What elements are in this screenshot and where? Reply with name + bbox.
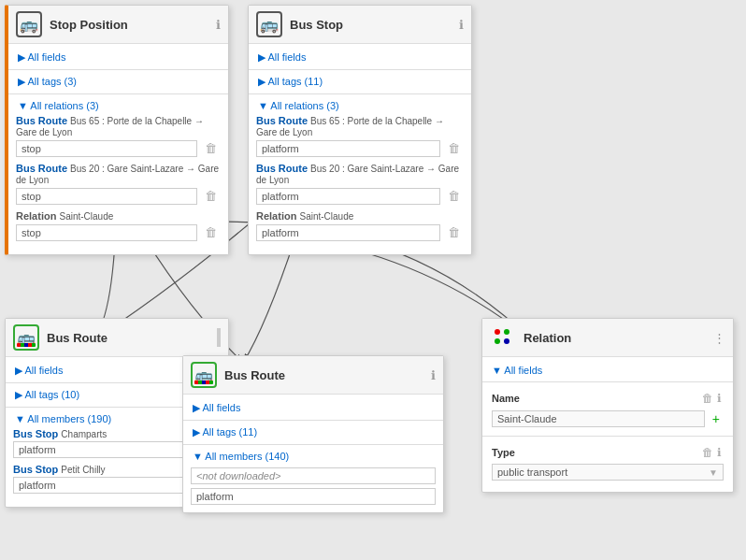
type-info-btn[interactable]: ℹ — [715, 444, 724, 461]
relation-panel: Relation ⋮ ▼ All fields Name 🗑 ℹ + Type — [481, 318, 734, 493]
bus-route-mid-title: Bus Route — [224, 368, 321, 382]
relation-item-2: Bus Route Bus 20 : Gare Saint-Lazare → G… — [16, 163, 221, 205]
bus-stop-top-all-fields[interactable]: ▶ All fields — [249, 48, 471, 67]
bus-route-main-title: Bus Route — [47, 331, 124, 345]
bs-relation-input-1[interactable] — [256, 140, 440, 157]
name-plus-btn[interactable]: + — [709, 409, 724, 428]
member-type-2: Bus Stop — [13, 464, 58, 475]
relation-label-2: Bus Route Bus 20 : Gare Saint-Lazare → G… — [16, 163, 221, 185]
stop-position-title: Stop Position — [50, 18, 208, 32]
bus-route-mid-members: <not downloaded> — [183, 467, 443, 509]
bs-relation-label-3: Relation Saint-Claude — [256, 210, 464, 222]
relation-input-3[interactable] — [16, 224, 197, 241]
bs-rel-type-3: Relation — [256, 210, 296, 222]
relation-input-row-3: 🗑 — [16, 223, 221, 241]
bus-stop-top-body: ▶ All fields ▶ All tags (11) ▼ All relat… — [249, 44, 471, 254]
bs-rel-desc-3: Saint-Claude — [299, 211, 353, 222]
bs-trash-btn-3[interactable]: 🗑 — [444, 223, 464, 241]
rel-type-1: Bus Route — [16, 115, 67, 126]
relation-input-row-1: 🗑 — [16, 139, 221, 157]
relation-all-fields[interactable]: ▼ All fields — [482, 361, 733, 380]
bus-stop-top-info-btn[interactable]: ℹ — [459, 18, 464, 32]
relation-dots-icon — [490, 324, 516, 351]
bus-route-mid-icon: 🚌 — [191, 362, 217, 388]
bus-stop-top-all-tags[interactable]: ▶ All tags (11) — [249, 72, 471, 92]
member-name-1: Champarts — [61, 429, 107, 439]
relation-label-3: Relation Saint-Claude — [16, 210, 221, 222]
bus-route-mid-all-members[interactable]: ▼ All members (140) — [183, 447, 443, 466]
relation-type-label: Type — [492, 447, 515, 458]
bus-stop-top-header: 🚌 Bus Stop ℹ — [249, 6, 471, 44]
relation-name-value-row: + — [492, 409, 724, 428]
relation-title: Relation — [524, 331, 611, 345]
bus-route-mid-all-fields[interactable]: ▶ All fields — [183, 398, 443, 418]
bs-relation-input-2[interactable] — [256, 188, 440, 205]
bus-route-main-icon: 🚌 — [13, 324, 39, 351]
bs-relation-input-row-3: 🗑 — [256, 223, 464, 241]
bs-relation-label-2: Bus Route Bus 20 : Gare Saint-Lazare → G… — [256, 163, 464, 185]
trash-btn-3[interactable]: 🗑 — [201, 223, 221, 241]
name-info-btn[interactable]: ℹ — [715, 390, 724, 407]
rel-type-3: Relation — [16, 210, 56, 222]
relation-type-input[interactable] — [492, 464, 724, 481]
stop-position-body: ▶ All fields ▶ All tags (3) ▼ All relati… — [8, 44, 228, 254]
relation-item-1: Bus Route Bus 65 : Porte de la Chapelle … — [16, 115, 221, 157]
mid-platform-input[interactable] — [191, 488, 436, 505]
bs-relation-input-row-1: 🗑 — [256, 139, 464, 157]
trash-btn-2[interactable]: 🗑 — [201, 187, 221, 205]
stop-position-info-btn[interactable]: ℹ — [216, 18, 221, 32]
relation-name-field: Name 🗑 ℹ + — [482, 384, 733, 430]
bus-route-mid-header: 🚌 Bus Route ℹ — [183, 356, 443, 395]
bs-relation-item-2: Bus Route Bus 20 : Gare Saint-Lazare → G… — [256, 163, 464, 205]
relation-header: Relation ⋮ — [482, 319, 733, 357]
trash-btn-1[interactable]: 🗑 — [201, 139, 221, 157]
bus-stop-top-relations: Bus Route Bus 65 : Porte de la Chapelle … — [249, 115, 471, 251]
rel-desc-3: Saint-Claude — [59, 211, 113, 222]
relation-name-input[interactable] — [492, 410, 705, 427]
relation-body: ▼ All fields Name 🗑 ℹ + Type 🗑 ℹ — [482, 357, 733, 492]
relation-label-1: Bus Route Bus 65 : Porte de la Chapelle … — [16, 115, 221, 137]
bs-relation-label-1: Bus Route Bus 65 : Porte de la Chapelle … — [256, 115, 464, 137]
relation-info-btn[interactable]: ⋮ — [713, 331, 725, 345]
not-downloaded-label: <not downloaded> — [191, 467, 436, 484]
bs-rel-type-2: Bus Route — [256, 163, 308, 174]
bs-relation-input-3[interactable] — [256, 224, 440, 241]
bus-route-mid-panel: 🚌 Bus Route ℹ ▶ All fields ▶ All tags (1… — [182, 355, 444, 513]
stop-position-bus-icon: 🚌 — [16, 11, 42, 37]
relation-input-row-2: 🗑 — [16, 187, 221, 205]
relation-item-3: Relation Saint-Claude 🗑 — [16, 210, 221, 241]
bus-route-main-header: 🚌 Bus Route — [6, 319, 228, 357]
stop-position-header: 🚌 Stop Position ℹ — [8, 6, 228, 44]
bus-stop-top-title: Bus Stop — [290, 18, 452, 32]
type-trash-btn[interactable]: 🗑 — [700, 444, 715, 461]
bs-relation-item-1: Bus Route Bus 65 : Porte de la Chapelle … — [256, 115, 464, 157]
bus-stop-top-bus-icon: 🚌 — [256, 11, 282, 37]
stop-position-panel: 🚌 Stop Position ℹ ▶ All fields ▶ All tag… — [5, 5, 229, 255]
rel-type-2: Bus Route — [16, 163, 67, 174]
relation-input-1[interactable] — [16, 140, 197, 157]
stop-position-relations: Bus Route Bus 65 : Porte de la Chapelle … — [8, 115, 228, 251]
relation-name-label: Name — [492, 393, 520, 404]
stop-position-all-fields[interactable]: ▶ All fields — [8, 48, 228, 67]
resize-handle[interactable] — [217, 328, 221, 347]
stop-position-all-relations[interactable]: ▼ All relations (3) — [8, 96, 228, 115]
member-name-2: Petit Chilly — [61, 465, 105, 475]
member-type-1: Bus Stop — [13, 428, 58, 439]
bus-route-mid-body: ▶ All fields ▶ All tags (11) ▼ All membe… — [183, 395, 443, 512]
relation-input-2[interactable] — [16, 188, 197, 205]
bs-trash-btn-2[interactable]: 🗑 — [444, 187, 464, 205]
bs-rel-type-1: Bus Route — [256, 115, 308, 126]
name-trash-btn[interactable]: 🗑 — [700, 390, 715, 407]
bus-stop-top-panel: 🚌 Bus Stop ℹ ▶ All fields ▶ All tags (11… — [248, 5, 472, 255]
relation-type-value-row: ▼ — [492, 464, 724, 481]
relation-type-field: Type 🗑 ℹ ▼ — [482, 442, 733, 488]
bs-relation-item-3: Relation Saint-Claude 🗑 — [256, 210, 464, 241]
bs-trash-btn-1[interactable]: 🗑 — [444, 139, 464, 157]
bs-relation-input-row-2: 🗑 — [256, 187, 464, 205]
bus-route-mid-all-tags[interactable]: ▶ All tags (11) — [183, 423, 443, 442]
bus-stop-top-all-relations[interactable]: ▼ All relations (3) — [249, 96, 471, 115]
bus-route-mid-info-btn[interactable]: ℹ — [431, 368, 436, 382]
stop-position-all-tags[interactable]: ▶ All tags (3) — [8, 72, 228, 92]
